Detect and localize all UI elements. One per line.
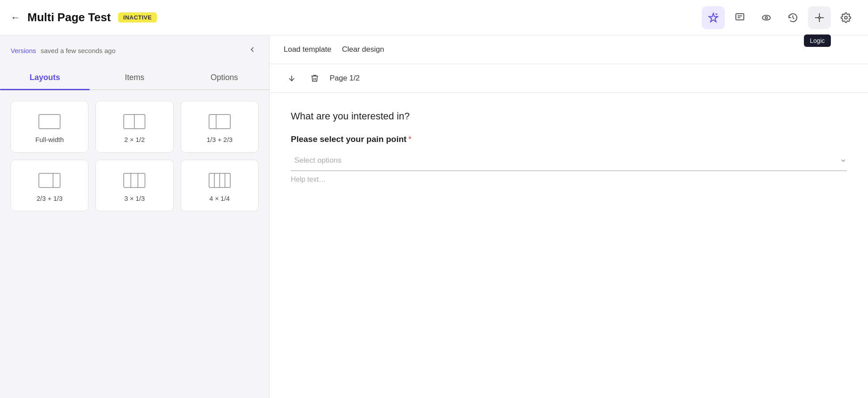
arrow-down-icon <box>287 74 296 83</box>
load-template-button[interactable]: Load template <box>284 42 331 57</box>
tab-layouts[interactable]: Layouts <box>0 66 90 89</box>
svg-rect-22 <box>124 173 145 188</box>
layout-full-width[interactable]: Full-width <box>11 101 88 153</box>
status-badge: INACTIVE <box>118 12 157 23</box>
svg-rect-2 <box>736 14 744 20</box>
comment-icon-button[interactable] <box>728 6 751 29</box>
magic-icon <box>708 12 719 23</box>
right-panel: Load template Clear design Page 1/2 <box>270 35 868 398</box>
logic-tooltip: Logic <box>804 34 831 47</box>
magic-icon-button[interactable] <box>702 6 725 29</box>
2x-half-icon <box>123 114 146 130</box>
logic-icon <box>814 12 825 23</box>
full-width-icon <box>38 114 61 130</box>
form-question: What are you interested in? <box>291 111 847 122</box>
layout-third-twothird[interactable]: 1/3 + 2/3 <box>181 101 259 153</box>
layout-2x-half-label: 2 × 1/2 <box>124 136 145 143</box>
field-label: Please select your pain point <box>291 134 407 144</box>
form-content: What are you interested in? Please selec… <box>270 93 868 398</box>
page-title: Multi Page Test <box>27 11 111 24</box>
layout-third-twothird-label: 1/3 + 2/3 <box>206 136 232 143</box>
page-nav-delete-button[interactable] <box>307 70 323 86</box>
layout-grid: Full-width 2 × 1/2 1/3 + 2/3 <box>0 90 269 222</box>
select-options-input[interactable]: Select options <box>291 150 847 171</box>
app-header: ← Multi Page Test INACTIVE <box>0 0 868 35</box>
trash-icon <box>310 74 319 83</box>
layout-4x-quarter-label: 4 × 1/4 <box>209 195 230 202</box>
left-panel: Versions saved a few seconds ago Layouts… <box>0 35 270 398</box>
back-button[interactable]: ← <box>11 12 20 23</box>
svg-rect-20 <box>39 173 60 188</box>
field-label-row: Please select your pain point * <box>291 134 847 150</box>
preview-icon-button[interactable] <box>755 6 778 29</box>
settings-icon-button[interactable] <box>834 6 857 29</box>
history-icon <box>788 12 798 23</box>
required-indicator: * <box>408 135 411 144</box>
clear-design-button[interactable]: Clear design <box>342 42 384 57</box>
svg-point-9 <box>819 17 820 19</box>
left-panel-top: Versions saved a few seconds ago <box>0 35 269 66</box>
page-nav-down-button[interactable] <box>284 70 300 86</box>
history-icon-button[interactable] <box>781 6 804 29</box>
form-field: Please select your pain point * Select o… <box>291 134 847 184</box>
logic-tooltip-wrapper: Logic <box>808 6 831 29</box>
header-left: ← Multi Page Test INACTIVE <box>11 11 157 24</box>
comment-icon <box>735 12 745 23</box>
main-layout: Versions saved a few seconds ago Layouts… <box>0 35 868 398</box>
tabs-bar: Layouts Items Options <box>0 66 269 90</box>
svg-rect-15 <box>39 115 60 129</box>
layout-2x-half[interactable]: 2 × 1/2 <box>95 101 173 153</box>
collapse-button[interactable] <box>246 43 259 58</box>
layout-twothird-third-label: 2/3 + 1/3 <box>37 195 63 202</box>
tab-items[interactable]: Items <box>90 66 179 89</box>
layout-4x-quarter[interactable]: 4 × 1/4 <box>181 160 259 211</box>
svg-line-1 <box>716 14 716 15</box>
versions-area: Versions saved a few seconds ago <box>11 47 115 55</box>
versions-link[interactable]: Versions <box>11 47 36 54</box>
layout-full-width-label: Full-width <box>35 136 64 143</box>
twothird-third-icon <box>38 172 61 188</box>
svg-point-6 <box>765 16 768 19</box>
saved-text: saved a few seconds ago <box>41 47 115 54</box>
svg-rect-18 <box>209 115 230 129</box>
eye-icon <box>761 12 772 23</box>
tab-options[interactable]: Options <box>179 66 269 89</box>
layout-3x-third[interactable]: 3 × 1/3 <box>95 160 173 211</box>
page-nav: Page 1/2 <box>270 64 868 93</box>
third-twothird-icon <box>208 114 231 130</box>
svg-line-8 <box>793 18 794 19</box>
layout-twothird-third[interactable]: 2/3 + 1/3 <box>11 160 88 211</box>
3x-third-icon <box>123 172 146 188</box>
settings-icon <box>841 12 851 23</box>
header-right: Logic <box>702 6 857 29</box>
help-text: Help text… <box>291 176 847 184</box>
logic-icon-button[interactable] <box>808 6 831 29</box>
chevron-left-icon <box>248 45 257 54</box>
page-label: Page 1/2 <box>330 74 360 83</box>
layout-3x-third-label: 3 × 1/3 <box>124 195 145 202</box>
svg-point-5 <box>762 15 770 20</box>
right-panel-toolbar: Load template Clear design <box>270 35 868 64</box>
svg-point-14 <box>845 16 847 19</box>
4x-quarter-icon <box>208 172 231 188</box>
